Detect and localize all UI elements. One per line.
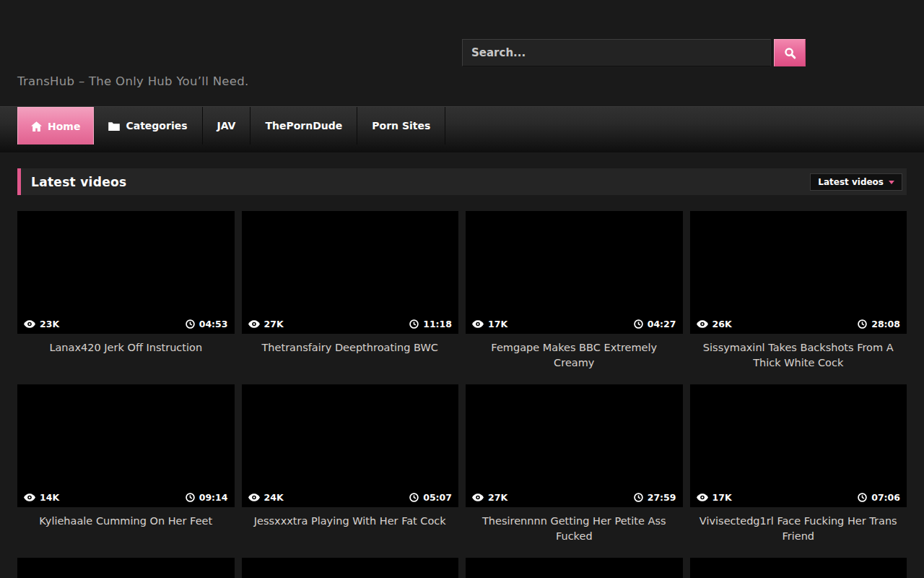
nav-tab-label: JAV: [217, 120, 236, 131]
search-form: [462, 39, 806, 66]
duration-value: 09:14: [199, 492, 228, 503]
video-card[interactable]: 26K 28:08 Sissymaxinl Takes Backshots Fr…: [690, 211, 907, 384]
video-stats: 27K 27:59: [466, 487, 683, 507]
video-grid: 23K 04:53 Lanax420 Jerk Off Instruction: [17, 211, 907, 578]
clock-icon: [409, 319, 419, 329]
search-input[interactable]: [462, 39, 771, 66]
duration-value: 28:08: [871, 319, 900, 329]
nav-tab-categories[interactable]: Categories: [94, 107, 202, 144]
clock-icon: [409, 493, 419, 502]
video-card-partial[interactable]: [466, 558, 683, 578]
video-thumbnail[interactable]: 17K 04:27: [466, 211, 683, 334]
video-thumbnail[interactable]: 27K 11:18: [242, 211, 459, 334]
folder-icon: [108, 121, 120, 131]
clock-icon: [186, 319, 195, 329]
video-stats: 27K 11:18: [242, 314, 459, 334]
duration-value: 07:06: [871, 492, 900, 503]
views-count: 27K: [264, 319, 284, 329]
video-thumbnail[interactable]: [242, 558, 459, 578]
views-stat: 26K: [697, 319, 732, 329]
eye-icon: [248, 493, 260, 501]
duration-stat: 11:18: [409, 319, 452, 329]
views-count: 27K: [488, 492, 507, 503]
video-thumbnail[interactable]: 27K 27:59: [466, 384, 683, 507]
duration-stat: 07:06: [858, 492, 900, 503]
eye-icon: [248, 320, 260, 328]
home-icon: [31, 121, 42, 131]
eye-icon: [24, 493, 35, 501]
video-stats: 23K 04:53: [17, 314, 235, 334]
nav-tab-label: Porn Sites: [372, 120, 430, 131]
nav-tab-label: Home: [48, 121, 80, 132]
section-title: Latest videos: [21, 175, 126, 189]
duration-value: 11:18: [423, 319, 452, 329]
search-icon: [784, 47, 796, 59]
duration-value: 05:07: [423, 492, 452, 503]
video-thumbnail[interactable]: [17, 558, 235, 578]
section-header: Latest videos Latest videos: [17, 168, 907, 195]
video-thumbnail[interactable]: 26K 28:08: [690, 211, 907, 334]
eye-icon: [24, 320, 35, 328]
duration-stat: 04:27: [634, 319, 676, 329]
video-thumbnail[interactable]: 23K 04:53: [17, 211, 235, 334]
duration-stat: 28:08: [858, 319, 900, 329]
video-thumbnail[interactable]: 24K 05:07: [242, 384, 459, 507]
video-card[interactable]: 17K 07:06 Vivisectedg1rl Face Fucking He…: [690, 384, 907, 558]
video-card-partial[interactable]: [17, 558, 235, 578]
video-title[interactable]: Thesirennnn Getting Her Petite Ass Fucke…: [466, 514, 683, 544]
views-stat: 17K: [697, 492, 732, 503]
video-thumbnail[interactable]: [690, 558, 907, 578]
duration-stat: 05:07: [409, 492, 452, 503]
duration-value: 04:53: [199, 319, 228, 329]
video-card-partial[interactable]: [690, 558, 907, 578]
video-stats: 26K 28:08: [690, 314, 907, 334]
search-button[interactable]: [774, 39, 806, 66]
main-navbar: Home Categories JAV ThePornDude Porn Sit…: [0, 106, 924, 152]
video-title[interactable]: Kyliehaale Cumming On Her Feet: [17, 514, 235, 529]
views-stat: 27K: [248, 319, 284, 329]
clock-icon: [634, 319, 643, 329]
video-thumbnail[interactable]: 14K 09:14: [17, 384, 235, 507]
video-card[interactable]: 27K 11:18 Thetransfairy Deepthroating BW…: [242, 211, 459, 384]
video-card[interactable]: 14K 09:14 Kyliehaale Cumming On Her Feet: [17, 384, 235, 558]
views-stat: 23K: [24, 319, 59, 329]
clock-icon: [858, 319, 867, 329]
clock-icon: [634, 493, 643, 502]
video-title[interactable]: Sissymaxinl Takes Backshots From A Thick…: [690, 340, 907, 371]
nav-tabs: Home Categories JAV ThePornDude Porn Sit…: [17, 107, 924, 144]
video-card-partial[interactable]: [242, 558, 459, 578]
video-title[interactable]: Lanax420 Jerk Off Instruction: [17, 340, 235, 355]
views-stat: 17K: [472, 319, 507, 329]
video-title[interactable]: Femgape Makes BBC Extremely Creamy: [466, 340, 683, 371]
video-thumbnail[interactable]: [466, 558, 683, 578]
caret-down-icon: [889, 181, 894, 184]
video-stats: 24K 05:07: [242, 487, 459, 507]
video-title[interactable]: Vivisectedg1rl Face Fucking Her Trans Fr…: [690, 514, 907, 544]
eye-icon: [697, 320, 708, 328]
sort-dropdown-label: Latest videos: [818, 177, 884, 187]
video-stats: 14K 09:14: [17, 487, 235, 507]
eye-icon: [697, 493, 708, 501]
video-title[interactable]: Thetransfairy Deepthroating BWC: [242, 340, 459, 355]
video-card[interactable]: 27K 27:59 Thesirennnn Getting Her Petite…: [466, 384, 683, 558]
views-count: 26K: [712, 319, 732, 329]
video-card[interactable]: 24K 05:07 Jessxxxtra Playing With Her Fa…: [242, 384, 459, 558]
video-title[interactable]: Jessxxxtra Playing With Her Fat Cock: [242, 514, 459, 529]
nav-tab-jav[interactable]: JAV: [203, 107, 251, 144]
eye-icon: [472, 320, 484, 328]
clock-icon: [858, 493, 867, 502]
video-stats: 17K 07:06: [690, 487, 907, 507]
eye-icon: [472, 493, 484, 501]
video-stats: 17K 04:27: [466, 314, 683, 334]
views-count: 14K: [40, 492, 59, 503]
video-card[interactable]: 17K 04:27 Femgape Makes BBC Extremely Cr…: [466, 211, 683, 384]
sort-dropdown[interactable]: Latest videos: [810, 173, 902, 191]
nav-tab-label: ThePornDude: [265, 120, 342, 131]
video-thumbnail[interactable]: 17K 07:06: [690, 384, 907, 507]
duration-stat: 09:14: [186, 492, 228, 503]
nav-tab-theporndude[interactable]: ThePornDude: [250, 107, 357, 144]
duration-value: 04:27: [648, 319, 676, 329]
nav-tab-home[interactable]: Home: [17, 107, 94, 144]
video-card[interactable]: 23K 04:53 Lanax420 Jerk Off Instruction: [17, 211, 235, 384]
nav-tab-porn-sites[interactable]: Porn Sites: [357, 107, 445, 144]
